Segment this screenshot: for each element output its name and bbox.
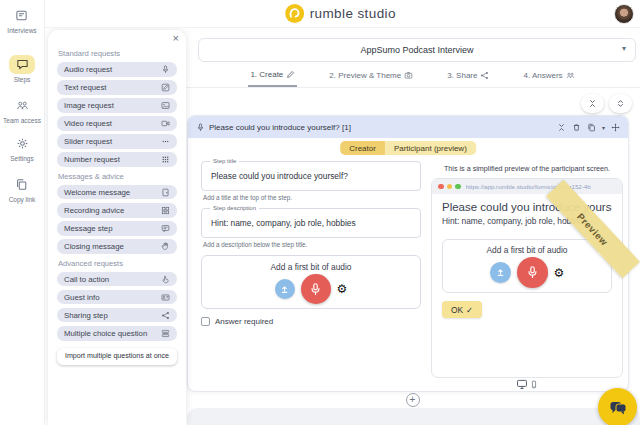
- import-multiple-questions-button[interactable]: Import multiple questions at once: [57, 348, 177, 365]
- step-type-button-message-step[interactable]: Message step: [57, 221, 177, 236]
- step-type-button-number-request[interactable]: Number request: [57, 152, 177, 167]
- audio-upload-box: Add a first bit of audio ⚙: [201, 255, 421, 309]
- tab-label: 4. Answers: [523, 71, 562, 80]
- step-type-button-welcome-message[interactable]: Welcome message: [57, 185, 177, 200]
- section-title: Advanced requests: [58, 259, 177, 268]
- tab-answers[interactable]: 4. Answers: [521, 62, 576, 87]
- step-type-label: Closing message: [64, 242, 124, 251]
- collapse-step-icon[interactable]: [557, 123, 566, 132]
- step-title-helper: Add a title at the top of the step.: [203, 194, 421, 201]
- step-title-field[interactable]: Step title Please could you introduce yo…: [201, 161, 421, 191]
- check-icon: ✓: [466, 305, 473, 315]
- user-avatar[interactable]: [614, 4, 634, 24]
- tab-preview-theme[interactable]: 2. Preview & Theme: [327, 62, 415, 87]
- close-icon[interactable]: ×: [173, 33, 179, 44]
- section-title: Standard requests: [58, 49, 177, 58]
- step-type-label: Number request: [64, 155, 120, 164]
- upload-icon: [495, 267, 506, 278]
- rumble-studio-logo[interactable]: rumble studio: [285, 4, 396, 23]
- step-type-button-call-to-action[interactable]: Call to action: [57, 272, 177, 287]
- browser-url-bar: https://app.rumble.studio/forms/opea-a15…: [432, 179, 622, 194]
- ok-button[interactable]: OK ✓: [442, 301, 482, 318]
- step-type-button-audio-request[interactable]: Audio request: [57, 62, 177, 77]
- step-description-helper: Add a description below the step title.: [203, 241, 421, 248]
- sidebar-item-copy-link[interactable]: Copy link: [9, 175, 36, 204]
- preview-record-button[interactable]: [517, 257, 548, 288]
- rumble-logo-icon: [285, 4, 304, 23]
- collapse-expand-controls: [581, 94, 632, 113]
- microphone-icon: [525, 265, 540, 280]
- browser-minimize-dot: [447, 184, 453, 190]
- share-icon: [480, 71, 489, 80]
- sidebar-item-settings[interactable]: Settings: [9, 134, 35, 163]
- upload-audio-button[interactable]: [275, 279, 295, 299]
- trash-icon[interactable]: [572, 123, 581, 132]
- mode-tabs: Creator Participant (preview): [340, 141, 476, 155]
- record-audio-button[interactable]: [301, 274, 331, 304]
- step-type-label: Video request: [64, 119, 112, 128]
- step-title-value: Please could you introduce yourself?: [202, 171, 357, 181]
- tab-label: 1. Create: [250, 70, 283, 79]
- tab-share[interactable]: 3. Share: [445, 62, 491, 87]
- tab-creator[interactable]: Creator: [340, 141, 385, 155]
- duplicate-icon[interactable]: [587, 123, 596, 132]
- text-icon: [161, 83, 170, 92]
- microphone-icon: [161, 65, 170, 74]
- collapsed-next-step[interactable]: [187, 408, 640, 425]
- tab-participant-preview[interactable]: Participant (preview): [385, 141, 476, 155]
- monitor-icon[interactable]: [516, 378, 528, 390]
- creator-form: Step title Please could you introduce yo…: [201, 161, 421, 326]
- sidebar-item-interviews[interactable]: Interviews: [7, 6, 36, 35]
- preview-audio-prompt: Add a first bit of audio: [486, 245, 567, 255]
- browser-mockup: https://app.rumble.studio/forms/opea-a15…: [431, 178, 623, 378]
- chat-fab-button[interactable]: [598, 388, 637, 425]
- step-description-field[interactable]: Step description Hint: name, company, jo…: [201, 208, 421, 238]
- expand-icon: [616, 99, 625, 108]
- step-type-button-image-request[interactable]: Image request: [57, 98, 177, 113]
- step-title-heading: Please could you introduce yourself? [1]: [209, 123, 553, 132]
- tab-label: 2. Preview & Theme: [329, 71, 401, 80]
- gear-icon[interactable]: ⚙: [337, 283, 348, 295]
- chevron-down-icon[interactable]: ▾: [602, 124, 605, 131]
- camera-icon: [404, 71, 413, 80]
- step-card-header[interactable]: Please could you introduce yourself? [1]…: [188, 116, 628, 138]
- step-tabs: 1. Create2. Preview & Theme3. Share4. An…: [185, 62, 640, 88]
- image-icon: [161, 101, 170, 110]
- sidebar-item-label: Steps: [14, 76, 31, 84]
- settings-icon: [9, 134, 35, 153]
- pointer-icon: [161, 275, 170, 284]
- id-card-icon: [161, 293, 170, 302]
- step-type-button-text-request[interactable]: Text request: [57, 80, 177, 95]
- expand-all-button[interactable]: [609, 94, 632, 113]
- sidebar-item-steps[interactable]: Steps: [9, 55, 35, 84]
- step-type-button-recording-advice[interactable]: Recording advice: [57, 203, 177, 218]
- step-type-button-video-request[interactable]: Video request: [57, 116, 177, 131]
- preview-upload-button[interactable]: [490, 262, 511, 283]
- chat-bubbles-icon: [608, 398, 628, 418]
- move-step-icon[interactable]: [611, 123, 620, 132]
- phone-icon[interactable]: [530, 379, 538, 390]
- preview-audio-box: Add a first bit of audio: [442, 239, 612, 293]
- step-type-label: Text request: [64, 83, 106, 92]
- gear-icon[interactable]: ⚙: [554, 267, 565, 279]
- add-step-button[interactable]: +: [406, 393, 420, 407]
- sidebar-item-team-access[interactable]: Team access: [3, 96, 41, 125]
- step-type-button-slider-request[interactable]: Slider request: [57, 134, 177, 149]
- browser-close-dot: [438, 184, 444, 190]
- step-type-label: Welcome message: [64, 188, 130, 197]
- audio-prompt: Add a first bit of audio: [270, 262, 351, 272]
- microphone-icon: [308, 282, 323, 297]
- sidebar: InterviewsStepsTeam accessSettingsCopy l…: [0, 0, 45, 425]
- step-type-button-guest-info[interactable]: Guest info: [57, 290, 177, 305]
- step-type-button-sharing-step[interactable]: Sharing step: [57, 308, 177, 323]
- tab-label: 3. Share: [447, 71, 477, 80]
- interview-title: AppSumo Podcast Interview: [360, 45, 473, 55]
- interview-selector[interactable]: AppSumo Podcast Interview ▾: [198, 38, 636, 62]
- tab-create[interactable]: 1. Create: [248, 62, 297, 87]
- answer-required-checkbox[interactable]: [201, 317, 210, 326]
- step-type-label: Message step: [64, 224, 113, 233]
- step-type-button-closing-message[interactable]: Closing message: [57, 239, 177, 254]
- answer-required-label: Answer required: [215, 317, 273, 326]
- collapse-all-button[interactable]: [581, 94, 604, 113]
- step-type-button-multiple-choice-question[interactable]: Multiple choice question: [57, 326, 177, 341]
